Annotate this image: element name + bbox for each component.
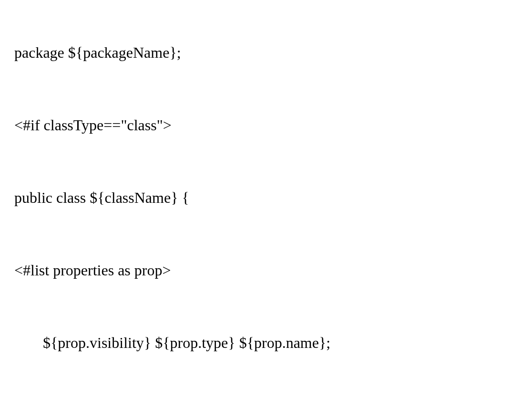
code-template-block: package ${packageName}; <#if classType==… <box>14 14 518 399</box>
code-line-if-directive: <#if classType=="class"> <box>14 117 518 133</box>
code-line-package: package ${packageName}; <box>14 45 518 60</box>
code-line-property-declaration: ${prop.visibility} ${prop.type} ${prop.n… <box>14 335 518 350</box>
code-line-list-properties-start: <#list properties as prop> <box>14 262 518 278</box>
code-line-class-declaration: public class ${className} { <box>14 190 518 205</box>
